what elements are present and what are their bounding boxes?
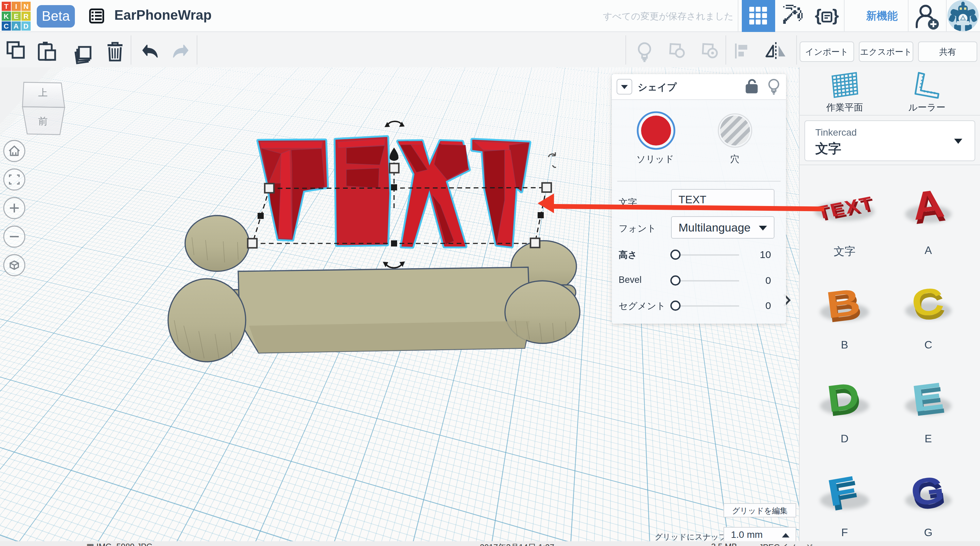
svg-text:D: D bbox=[824, 374, 862, 420]
svg-text:上: 上 bbox=[38, 87, 48, 98]
svg-text:G: G bbox=[908, 468, 947, 514]
svg-text:前: 前 bbox=[38, 116, 48, 127]
svg-text:E: E bbox=[910, 374, 946, 419]
svg-text:C: C bbox=[909, 279, 946, 325]
svg-text:A: A bbox=[910, 181, 946, 228]
svg-text:B: B bbox=[824, 281, 862, 326]
